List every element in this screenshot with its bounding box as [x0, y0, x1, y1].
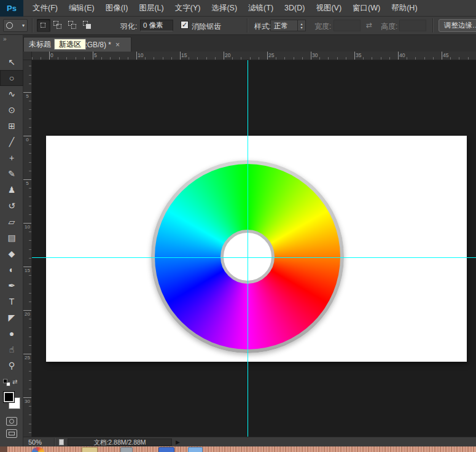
pen-tool[interactable]: ✒ — [0, 278, 23, 294]
menu-type[interactable]: 文字(Y) — [170, 0, 206, 16]
spinner-arrows-icon[interactable]: ▴ ▾ — [297, 20, 305, 31]
ruler-number: 30 — [312, 52, 318, 58]
move-tool[interactable]: ↖ — [0, 54, 23, 70]
eraser-tool[interactable]: ▱ — [0, 214, 23, 230]
feather-label: 羽化: — [120, 21, 137, 32]
menu-help[interactable]: 帮助(H) — [386, 0, 423, 16]
new-selection-button[interactable] — [37, 19, 50, 32]
vertical-guide[interactable] — [248, 60, 248, 437]
canvas-area[interactable] — [32, 60, 476, 437]
hand-tool[interactable]: ☝ — [0, 341, 23, 357]
ruler-number: 0 — [50, 52, 53, 58]
menu-edit[interactable]: 编辑(E) — [63, 0, 100, 16]
new-selection-icon — [41, 23, 45, 28]
swap-dimensions-icon[interactable]: ⇄ — [366, 21, 372, 29]
feather-input[interactable] — [140, 20, 173, 31]
history-brush-tool[interactable]: ↺ — [0, 198, 23, 214]
zoom-tool[interactable]: ⚲ — [0, 357, 23, 373]
spot-healing-brush-tool[interactable]: + — [0, 150, 23, 166]
menu-filter[interactable]: 滤镜(T) — [243, 0, 279, 16]
blue-app-icon[interactable] — [158, 447, 174, 452]
ellipse-shape-icon: ● — [9, 325, 14, 341]
brush-icon: ✎ — [8, 166, 15, 182]
ellipse-shape-tool[interactable]: ● — [0, 325, 23, 341]
status-bar: 50% 文档:2.88M/2.88M ▶ — [23, 437, 476, 446]
intersect-selection-button[interactable] — [81, 19, 95, 32]
lasso-icon: ∿ — [8, 86, 15, 102]
type-tool[interactable]: T — [0, 294, 23, 310]
ruler-number: 15 — [23, 268, 31, 273]
height-input[interactable] — [399, 20, 426, 31]
lightblue-app-icon[interactable] — [188, 447, 203, 452]
document-status-icon — [59, 439, 64, 445]
crop-icon: ⊞ — [8, 118, 15, 134]
collapse-panel-icon[interactable]: » — [0, 35, 23, 44]
ruler-number: 10 — [23, 224, 31, 230]
menu-3d[interactable]: 3D(D) — [279, 0, 310, 16]
lasso-tool[interactable]: ∿ — [0, 86, 23, 102]
eyedropper-tool[interactable]: ╱ — [0, 134, 23, 150]
chevron-down-icon: ▾ — [22, 23, 25, 28]
add-to-selection-button[interactable] — [52, 19, 65, 32]
horizontal-ruler[interactable]: 0 5 10 15 20 25 30 35 40 45 — [23, 52, 476, 60]
path-selection-tool[interactable]: ◤ — [0, 310, 23, 325]
foreground-color-swatch[interactable] — [3, 391, 15, 403]
horizontal-guide[interactable] — [32, 257, 476, 258]
antialias-label: 消除锯齿 — [192, 21, 221, 32]
gray-app-icon[interactable] — [120, 447, 133, 452]
ruler-number: 0 — [23, 137, 31, 142]
swap-colors-icon[interactable]: ⇄ — [12, 378, 17, 385]
ruler-number: 25 — [23, 355, 31, 360]
gradient-tool[interactable]: ▤ — [0, 230, 23, 246]
quick-selection-tool[interactable]: ⊙ — [0, 102, 23, 118]
crop-tool[interactable]: ⊞ — [0, 118, 23, 134]
tool-preset-picker[interactable]: ▾ — [3, 19, 28, 32]
menu-select[interactable]: 选择(S) — [206, 0, 243, 16]
history-brush-icon: ↺ — [8, 198, 15, 214]
menu-bar: Ps 文件(F) 编辑(E) 图像(I) 图层(L) 文字(Y) 选择(S) 滤… — [0, 0, 476, 17]
document-canvas[interactable] — [46, 136, 467, 362]
eraser-icon: ▱ — [9, 214, 15, 230]
colorful-app-icon[interactable] — [32, 447, 44, 452]
vertical-ruler[interactable]: 5 0 5 10 15 20 25 30 — [23, 60, 32, 437]
dodge-icon: ◐ — [9, 262, 14, 278]
style-label: 样式: — [254, 21, 271, 32]
menu-image[interactable]: 图像(I) — [100, 0, 134, 16]
options-separator — [32, 18, 33, 33]
taskbar-edge — [0, 446, 7, 452]
photoshop-logo-icon[interactable]: Ps — [0, 0, 23, 17]
width-input[interactable] — [334, 20, 361, 31]
menu-layer[interactable]: 图层(L) — [133, 0, 169, 16]
blur-icon: ◆ — [9, 246, 15, 262]
close-tab-icon[interactable]: × — [115, 41, 120, 49]
menu-items: 文件(F) 编辑(E) 图像(I) 图层(L) 文字(Y) 选择(S) 滤镜(T… — [27, 0, 423, 16]
brush-tool[interactable]: ✎ — [0, 166, 23, 182]
intersect-selection-icon-2 — [86, 24, 91, 29]
ruler-number: 45 — [443, 52, 448, 58]
status-popup-arrow-icon[interactable]: ▶ — [176, 438, 180, 446]
folder-icon[interactable] — [82, 447, 98, 452]
default-colors-icon[interactable] — [3, 379, 10, 386]
zoom-level-field[interactable]: 50% — [28, 438, 42, 446]
style-dropdown[interactable]: 正常 ▴ ▾ — [270, 20, 306, 31]
refine-edge-button[interactable]: 调整边缘… — [439, 19, 476, 32]
tab-title-prefix: 未标题 — [29, 39, 51, 50]
menu-view[interactable]: 视图(V) — [310, 0, 347, 16]
new-selection-tooltip: 新选区 — [54, 39, 86, 50]
menu-window[interactable]: 窗口(W) — [347, 0, 386, 16]
clone-stamp-tool[interactable]: ♟ — [0, 182, 23, 198]
dodge-tool[interactable]: ◐ — [0, 262, 23, 278]
options-separator — [432, 18, 433, 33]
elliptical-marquee-tool[interactable]: ○ — [0, 70, 23, 86]
subtract-from-selection-button[interactable] — [66, 19, 80, 32]
style-value: 正常 — [271, 20, 297, 31]
ruler-corner[interactable] — [23, 52, 32, 60]
menu-file[interactable]: 文件(F) — [27, 0, 63, 16]
screen-mode-button[interactable] — [6, 429, 17, 438]
quick-mask-button[interactable] — [6, 417, 17, 426]
photoshop-window: Ps 文件(F) 编辑(E) 图像(I) 图层(L) 文字(Y) 选择(S) 滤… — [0, 0, 476, 452]
blur-tool[interactable]: ◆ — [0, 246, 23, 262]
document-size-field[interactable]: 文档:2.88M/2.88M — [68, 438, 172, 446]
options-separator — [247, 18, 248, 33]
antialias-checkbox[interactable]: ✓ — [181, 21, 189, 29]
